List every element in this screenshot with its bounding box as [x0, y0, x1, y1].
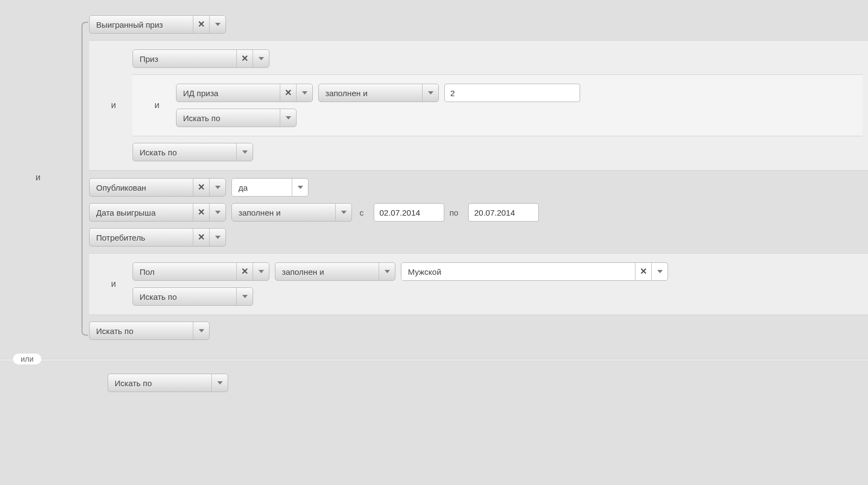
- prize-clear[interactable]: ✕: [236, 50, 253, 67]
- prize-id-condition-dropdown[interactable]: [422, 84, 438, 102]
- consumer-label: Потребитель: [90, 229, 193, 246]
- chevron-down-icon: [341, 211, 347, 214]
- published-value[interactable]: да: [231, 178, 309, 197]
- close-icon: ✕: [640, 267, 647, 276]
- search-by-bottom[interactable]: Искать по: [108, 374, 228, 392]
- and-operator: и: [36, 173, 41, 182]
- won-prize-selector[interactable]: Выигранный приз ✕: [89, 15, 226, 34]
- close-icon: ✕: [198, 20, 205, 29]
- search-by-prize-dropdown[interactable]: [236, 143, 253, 161]
- gender-value-label: Мужской: [401, 263, 635, 280]
- chevron-down-icon: [242, 150, 248, 154]
- date-to-label: по: [450, 203, 458, 222]
- search-by-inner-dropdown[interactable]: [280, 109, 296, 127]
- prize-id-condition-label: заполнен и: [319, 84, 422, 102]
- published-clear[interactable]: ✕: [193, 179, 209, 196]
- prize-selector[interactable]: Приз ✕: [133, 49, 269, 68]
- consumer-dropdown[interactable]: [209, 229, 225, 246]
- prize-dropdown[interactable]: [253, 50, 269, 67]
- prize-id-value-input[interactable]: 2: [444, 84, 580, 102]
- gender-and-column: и: [95, 279, 133, 289]
- row-win-date: Дата выигрыша ✕ заполнен и с 02.07.2014 …: [89, 200, 868, 225]
- chevron-down-icon: [286, 116, 291, 119]
- search-by-gender[interactable]: Искать по: [133, 287, 253, 306]
- published-value-label: да: [232, 179, 292, 196]
- row-prize: Приз ✕: [133, 46, 863, 71]
- gender-value[interactable]: Мужской ✕: [401, 262, 668, 281]
- chevron-down-icon: [215, 186, 221, 189]
- close-icon: ✕: [198, 233, 205, 242]
- search-by-label: Искать по: [133, 288, 236, 305]
- gender-clear[interactable]: ✕: [236, 263, 253, 280]
- row-consumer: Потребитель ✕: [89, 225, 868, 250]
- search-by-prize[interactable]: Искать по: [133, 143, 253, 161]
- date-from-label: с: [360, 203, 364, 222]
- won-prize-dropdown[interactable]: [209, 16, 225, 33]
- published-value-dropdown[interactable]: [292, 179, 308, 196]
- published-dropdown[interactable]: [209, 179, 225, 196]
- search-by-inner[interactable]: Искать по: [176, 109, 297, 127]
- win-date-dropdown[interactable]: [209, 204, 225, 221]
- close-icon: ✕: [198, 208, 205, 217]
- gender-selector[interactable]: Пол ✕: [133, 262, 269, 281]
- chevron-down-icon: [215, 236, 221, 239]
- win-date-clear[interactable]: ✕: [193, 204, 209, 221]
- row-search-by-prize: Искать по: [133, 140, 863, 165]
- search-by-outer-dropdown[interactable]: [193, 322, 209, 339]
- chevron-down-icon: [657, 270, 663, 273]
- filter-builder: и Выигранный приз ✕ и: [0, 0, 868, 395]
- prize-label: Приз: [133, 50, 236, 67]
- search-by-gender-dropdown[interactable]: [236, 288, 253, 305]
- prize-and-column: и: [95, 100, 133, 110]
- chevron-down-icon: [217, 381, 223, 385]
- row-search-by-gender: Искать по: [133, 284, 863, 309]
- search-by-bottom-dropdown[interactable]: [211, 374, 228, 392]
- prize-id-block-content: ИД приза ✕ заполнен и 2: [176, 80, 857, 130]
- win-date-selector[interactable]: Дата выигрыша ✕: [89, 203, 226, 222]
- published-selector[interactable]: Опубликован ✕: [89, 178, 226, 197]
- win-date-condition-dropdown[interactable]: [335, 204, 351, 221]
- prize-id-selector[interactable]: ИД приза ✕: [176, 84, 313, 102]
- won-prize-label: Выигранный приз: [90, 16, 193, 33]
- won-prize-clear[interactable]: ✕: [193, 16, 209, 33]
- gender-value-dropdown[interactable]: [651, 263, 668, 280]
- date-from-value: 02.07.2014: [380, 208, 420, 217]
- prize-id-condition[interactable]: заполнен и: [318, 84, 439, 102]
- outer-group-body: Выигранный приз ✕ и Приз ✕: [89, 11, 868, 344]
- row-search-by-inner: Искать по: [176, 105, 857, 130]
- or-label: или: [21, 355, 34, 363]
- search-by-label: Искать по: [177, 109, 280, 127]
- chevron-down-icon: [242, 295, 248, 298]
- search-by-label: Искать по: [108, 374, 211, 392]
- prize-id-and-column: и: [138, 100, 176, 110]
- or-pill[interactable]: или: [13, 354, 41, 364]
- date-to-value: 20.07.2014: [474, 208, 515, 217]
- win-date-condition[interactable]: заполнен и: [231, 203, 352, 222]
- prize-id-dropdown[interactable]: [296, 84, 312, 102]
- prize-id-clear[interactable]: ✕: [280, 84, 296, 102]
- date-from-input[interactable]: 02.07.2014: [374, 203, 444, 222]
- gender-value-clear[interactable]: ✕: [635, 263, 651, 280]
- gender-condition[interactable]: заполнен и: [275, 262, 395, 281]
- and-operator: и: [111, 100, 116, 110]
- row-won-prize: Выигранный приз ✕: [89, 12, 868, 37]
- search-by-label: Искать по: [133, 143, 236, 161]
- chevron-down-icon: [259, 270, 264, 273]
- search-by-label: Искать по: [90, 322, 193, 339]
- outer-bracket: [79, 11, 89, 344]
- prize-id-value: 2: [450, 89, 455, 98]
- close-icon: ✕: [198, 183, 205, 192]
- gender-dropdown[interactable]: [253, 263, 269, 280]
- prize-block-content: Приз ✕ и ИД приза: [133, 46, 863, 165]
- date-to-input[interactable]: 20.07.2014: [468, 203, 539, 222]
- consumer-clear[interactable]: ✕: [193, 229, 209, 246]
- gender-condition-label: заполнен и: [275, 263, 379, 280]
- published-label: Опубликован: [90, 179, 193, 196]
- search-by-outer[interactable]: Искать по: [89, 322, 210, 340]
- consumer-selector[interactable]: Потребитель ✕: [89, 228, 226, 247]
- or-line: [0, 359, 868, 360]
- close-icon: ✕: [241, 267, 248, 276]
- gender-condition-dropdown[interactable]: [379, 263, 395, 280]
- chevron-down-icon: [385, 270, 390, 273]
- row-published: Опубликован ✕ да: [89, 175, 868, 200]
